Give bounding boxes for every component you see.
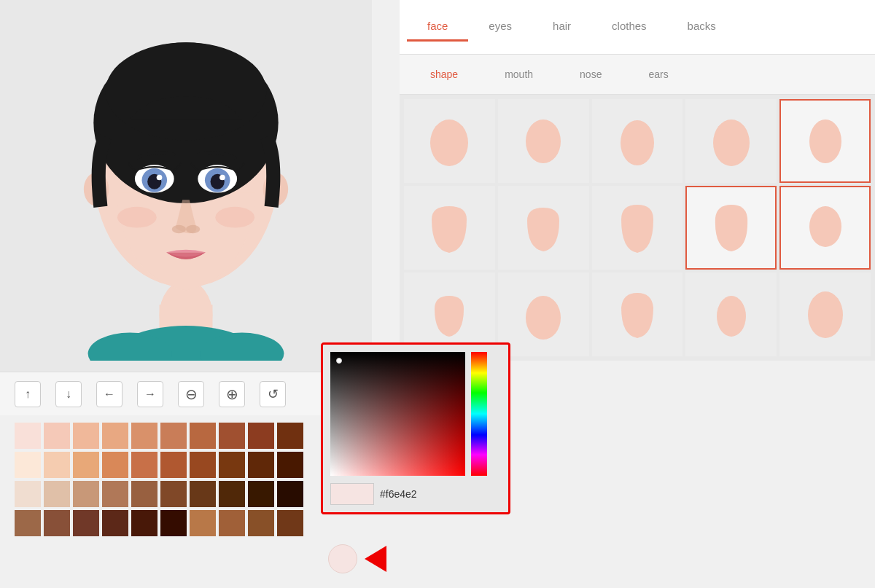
arrow-indicator bbox=[328, 544, 386, 573]
color-picker-inner bbox=[330, 352, 501, 476]
swatch[interactable] bbox=[131, 510, 158, 536]
svg-point-30 bbox=[717, 296, 746, 337]
tab-clothes[interactable]: clothes bbox=[591, 12, 667, 42]
swatch[interactable] bbox=[102, 452, 128, 478]
shape-cell-0-0[interactable] bbox=[404, 99, 495, 183]
shape-cell-1-1[interactable] bbox=[498, 186, 589, 270]
swatch[interactable] bbox=[44, 510, 70, 536]
swatch[interactable] bbox=[15, 510, 41, 536]
move-up-button[interactable]: ↑ bbox=[15, 381, 41, 407]
zoom-in-button[interactable]: ⊕ bbox=[219, 381, 245, 407]
tab-hair[interactable]: hair bbox=[532, 12, 591, 42]
swatch[interactable] bbox=[190, 510, 216, 536]
palette-row-1 bbox=[15, 423, 306, 449]
tab-eyes[interactable]: eyes bbox=[468, 12, 532, 42]
svg-point-18 bbox=[219, 175, 225, 181]
palette-row-4 bbox=[15, 510, 306, 536]
color-preview-row: #f6e4e2 bbox=[330, 483, 501, 505]
sub-tab-mouth[interactable]: mouth bbox=[481, 63, 556, 86]
swatch[interactable] bbox=[219, 481, 245, 507]
swatch[interactable] bbox=[160, 452, 187, 478]
swatch[interactable] bbox=[190, 452, 216, 478]
move-right-button[interactable]: → bbox=[137, 381, 163, 407]
svg-point-17 bbox=[157, 175, 163, 181]
svg-point-24 bbox=[526, 119, 561, 163]
swatch[interactable] bbox=[277, 510, 303, 536]
color-picker-popup: #f6e4e2 bbox=[321, 342, 510, 514]
shape-cell-1-0[interactable] bbox=[404, 186, 495, 270]
toolbar: ↑ ↓ ← → ⊖ ⊕ ↺ bbox=[0, 372, 372, 415]
swatch[interactable] bbox=[277, 452, 303, 478]
shape-grid bbox=[400, 95, 875, 361]
sub-tab-nose[interactable]: nose bbox=[556, 63, 625, 86]
swatch[interactable] bbox=[190, 423, 216, 449]
gradient-bg bbox=[330, 352, 465, 476]
swatch[interactable] bbox=[131, 481, 158, 507]
color-palette bbox=[0, 415, 321, 546]
swatch[interactable] bbox=[15, 452, 41, 478]
shape-cell-2-3[interactable] bbox=[685, 273, 777, 356]
move-down-button[interactable]: ↓ bbox=[55, 381, 82, 407]
palette-row-2 bbox=[15, 452, 306, 478]
swatch[interactable] bbox=[102, 510, 128, 536]
svg-point-23 bbox=[430, 119, 468, 166]
shape-cell-1-3[interactable] bbox=[685, 186, 777, 270]
swatch[interactable] bbox=[248, 423, 274, 449]
swatch[interactable] bbox=[190, 481, 216, 507]
color-spectrum[interactable] bbox=[471, 352, 487, 476]
shape-cell-1-2[interactable] bbox=[592, 186, 683, 270]
tab-face[interactable]: face bbox=[407, 12, 468, 42]
swatch[interactable] bbox=[131, 452, 158, 478]
svg-point-22 bbox=[215, 207, 254, 228]
swatch[interactable] bbox=[73, 510, 99, 536]
swatch[interactable] bbox=[219, 510, 245, 536]
svg-point-27 bbox=[809, 119, 841, 163]
svg-point-20 bbox=[186, 225, 200, 234]
shape-cell-0-4[interactable] bbox=[779, 99, 871, 183]
swatch[interactable] bbox=[73, 481, 99, 507]
swatch[interactable] bbox=[248, 510, 274, 536]
svg-point-21 bbox=[117, 207, 157, 228]
shape-cell-0-3[interactable] bbox=[685, 99, 777, 183]
tab-backs[interactable]: backs bbox=[667, 12, 736, 42]
sub-tabs: shape mouth nose ears bbox=[400, 55, 875, 95]
sub-tab-ears[interactable]: ears bbox=[625, 63, 691, 86]
sub-tab-shape[interactable]: shape bbox=[407, 63, 481, 86]
swatch[interactable] bbox=[160, 510, 187, 536]
swatch[interactable] bbox=[219, 452, 245, 478]
shape-cell-0-1[interactable] bbox=[498, 99, 589, 183]
swatch[interactable] bbox=[131, 423, 158, 449]
zoom-out-button[interactable]: ⊖ bbox=[178, 381, 204, 407]
swatch[interactable] bbox=[15, 481, 41, 507]
palette-row-3 bbox=[15, 481, 306, 507]
swatch[interactable] bbox=[248, 452, 274, 478]
shape-cell-2-2[interactable] bbox=[592, 273, 683, 356]
swatch[interactable] bbox=[44, 423, 70, 449]
reset-button[interactable]: ↺ bbox=[260, 381, 286, 407]
main-tabs: face eyes hair clothes backs bbox=[400, 0, 875, 55]
swatch[interactable] bbox=[73, 423, 99, 449]
swatch[interactable] bbox=[248, 481, 274, 507]
shape-cell-2-1[interactable] bbox=[498, 273, 589, 356]
shape-cell-1-4[interactable] bbox=[779, 186, 871, 270]
svg-point-25 bbox=[621, 120, 654, 165]
shape-cell-2-4[interactable] bbox=[779, 273, 871, 356]
swatch[interactable] bbox=[277, 481, 303, 507]
color-preview-box bbox=[330, 483, 374, 505]
svg-point-31 bbox=[808, 291, 843, 338]
swatch[interactable] bbox=[44, 481, 70, 507]
swatch[interactable] bbox=[160, 481, 187, 507]
swatch[interactable] bbox=[277, 423, 303, 449]
svg-point-28 bbox=[809, 206, 841, 247]
color-gradient[interactable] bbox=[330, 352, 465, 476]
swatch[interactable] bbox=[44, 452, 70, 478]
swatch[interactable] bbox=[73, 452, 99, 478]
shape-cell-0-2[interactable] bbox=[592, 99, 683, 183]
swatch[interactable] bbox=[160, 423, 187, 449]
swatch[interactable] bbox=[102, 423, 128, 449]
swatch[interactable] bbox=[15, 423, 41, 449]
move-left-button[interactable]: ← bbox=[96, 381, 122, 407]
swatch[interactable] bbox=[219, 423, 245, 449]
color-hex-value: #f6e4e2 bbox=[380, 488, 417, 500]
swatch[interactable] bbox=[102, 481, 128, 507]
